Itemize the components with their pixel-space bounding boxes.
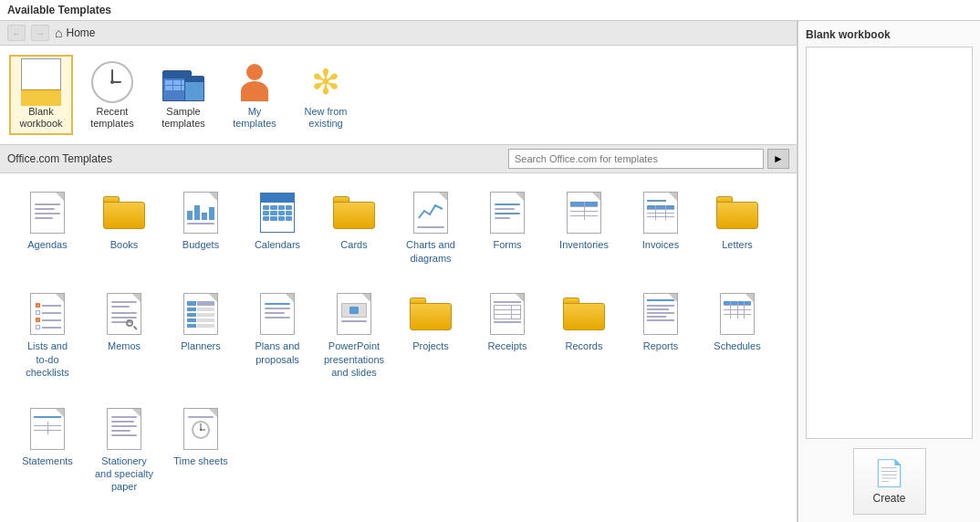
office-bar-label: Office.com Templates [7,152,112,165]
calendars-label: Calendars [255,238,300,251]
home-icon: ⌂ [55,26,62,40]
schedules-label: Schedules [714,339,760,352]
plans-proposals-icon [254,290,301,338]
memos-label: Memos [108,339,141,352]
stationery-item[interactable]: Stationeryand specialtypaper [86,399,162,509]
projects-icon [407,290,454,338]
agendas-item[interactable]: Agendas [9,183,86,280]
my-templates-item[interactable]: My templates [223,55,287,135]
schedules-item[interactable]: Schedules [699,284,776,394]
letters-label: Letters [722,238,753,251]
books-icon [100,189,148,236]
statements-icon [24,405,71,453]
right-panel: Blank workbook 📄 Create [798,21,980,522]
invoices-label: Invoices [642,238,679,251]
preview-box [806,47,973,439]
reports-icon [637,290,684,338]
my-templates-icon [233,60,276,104]
inventories-label: Inventories [559,238,609,251]
records-item[interactable]: Records [546,284,622,394]
search-input[interactable] [508,149,764,169]
letters-icon [714,189,761,236]
plans-proposals-item[interactable]: Plans andproposals [239,284,316,394]
agendas-icon [24,189,71,236]
ppt-icon [330,290,378,338]
forward-button[interactable]: → [31,25,49,41]
ppt-item[interactable]: PowerPointpresentationsand slides [316,284,392,394]
inventories-item[interactable]: Inventories [546,183,622,280]
stationery-icon [100,405,148,453]
stationery-label: Stationeryand specialtypaper [95,454,153,494]
receipts-label: Receipts [488,339,527,352]
time-sheets-icon [177,405,224,453]
blank-workbook-icon [19,60,63,104]
create-icon: 📄 [873,458,905,488]
forms-icon [484,189,531,236]
lists-todo-item[interactable]: ✓ ✓ Lists andto-dochecklists [9,284,86,394]
home-nav[interactable]: ⌂ Home [55,26,95,40]
blank-workbook-label: Blankworkbook [19,106,62,130]
create-label: Create [872,492,905,505]
invoices-item[interactable]: Invoices [622,183,699,280]
charts-diagrams-icon [407,189,454,236]
blank-workbook-item[interactable]: Blankworkbook [9,55,73,135]
new-from-existing-icon: ✻ [304,60,348,104]
planners-icon [177,290,224,338]
plans-proposals-label: Plans andproposals [255,339,300,366]
memos-item[interactable]: Memos [86,284,162,394]
planners-item[interactable]: Planners [162,284,239,394]
records-icon [560,290,608,338]
office-bar: Office.com Templates ► [0,145,797,173]
time-sheets-label: Time sheets [173,454,228,467]
search-button[interactable]: ► [767,149,789,169]
new-from-existing-item[interactable]: ✻ New fromexisting [294,55,358,135]
reports-item[interactable]: Reports [622,284,699,394]
receipts-icon [484,290,531,338]
cards-item[interactable]: Cards [316,183,392,280]
letters-item[interactable]: Letters [699,183,776,280]
projects-label: Projects [412,339,449,352]
agendas-label: Agendas [27,238,67,251]
invoices-icon [637,189,684,236]
template-grid: Agendas Books [0,173,797,522]
statements-item[interactable]: Statements [9,399,86,509]
my-templates-label: My templates [228,106,281,130]
books-label: Books [110,238,139,251]
budgets-item[interactable]: Budgets [162,183,239,280]
memos-icon [100,290,148,338]
preview-title: Blank workbook [806,28,973,41]
sample-templates-icon [162,60,205,104]
sample-templates-item[interactable]: Sampletemplates [151,55,215,135]
forms-item[interactable]: Forms [469,183,546,280]
receipts-item[interactable]: Receipts [469,284,546,394]
home-label: Home [66,26,95,39]
recent-templates-item[interactable]: Recenttemplates [80,55,144,135]
schedules-icon [714,290,761,338]
calendars-item[interactable]: Calendars [239,183,316,280]
charts-diagrams-item[interactable]: Charts anddiagrams [392,183,469,280]
books-item[interactable]: Books [86,183,162,280]
cards-label: Cards [340,238,367,251]
create-btn-area: 📄 Create [806,448,973,515]
search-area: ► [508,149,789,169]
nav-bar: ← → ⌂ Home [0,21,797,46]
ppt-label: PowerPointpresentationsand slides [324,339,384,379]
time-sheets-item[interactable]: Time sheets [162,399,239,509]
statements-label: Statements [22,454,73,467]
lists-todo-icon: ✓ ✓ [24,290,71,338]
recent-templates-icon [90,60,134,104]
lists-todo-label: Lists andto-dochecklists [26,339,69,379]
projects-item[interactable]: Projects [392,284,469,394]
back-button[interactable]: ← [7,25,26,41]
charts-diagrams-label: Charts anddiagrams [406,238,455,265]
budgets-label: Budgets [182,238,219,251]
create-button[interactable]: 📄 Create [853,448,926,515]
inventories-icon [560,189,608,236]
top-template-icons: Blankworkbook Recenttemplates [0,46,797,145]
budgets-icon [177,189,224,236]
calendars-icon [254,189,301,236]
new-from-existing-label: New fromexisting [304,106,347,130]
forms-label: Forms [493,238,521,251]
cards-icon [330,189,378,236]
page-title: Available Templates [0,0,980,21]
